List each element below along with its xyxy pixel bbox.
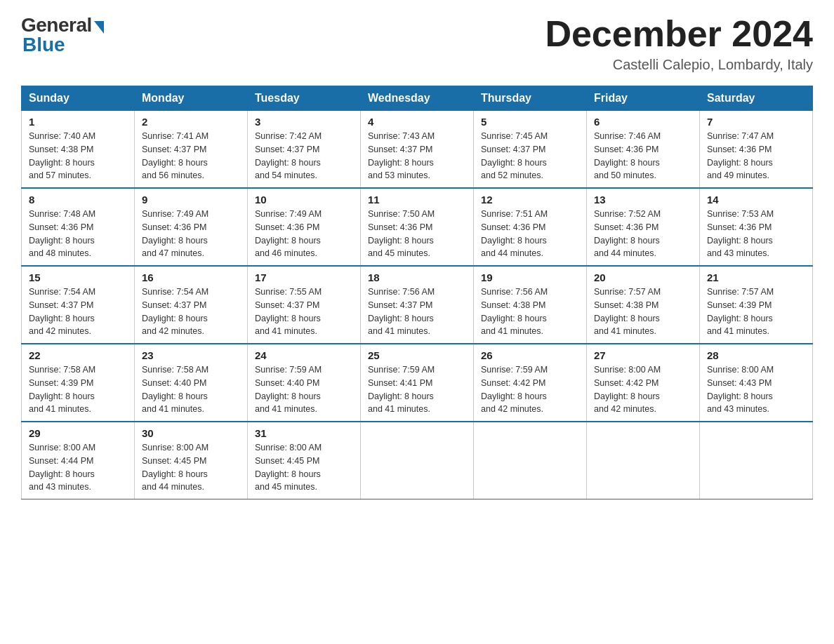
day-number: 20: [594, 271, 692, 283]
table-row: 23 Sunrise: 7:58 AM Sunset: 4:40 PM Dayl…: [135, 344, 248, 422]
header-monday: Monday: [135, 86, 248, 111]
day-number: 8: [29, 194, 127, 206]
day-number: 26: [481, 349, 579, 361]
day-info: Sunrise: 7:59 AM Sunset: 4:42 PM Dayligh…: [481, 363, 579, 416]
table-row: 22 Sunrise: 7:58 AM Sunset: 4:39 PM Dayl…: [22, 344, 135, 422]
table-row: 28 Sunrise: 8:00 AM Sunset: 4:43 PM Dayl…: [700, 344, 813, 422]
header-tuesday: Tuesday: [248, 86, 361, 111]
table-row: 20 Sunrise: 7:57 AM Sunset: 4:38 PM Dayl…: [587, 266, 700, 344]
day-number: 30: [142, 427, 240, 439]
table-row: 31 Sunrise: 8:00 AM Sunset: 4:45 PM Dayl…: [248, 422, 361, 499]
table-row: 11 Sunrise: 7:50 AM Sunset: 4:36 PM Dayl…: [361, 188, 474, 266]
day-number: 13: [594, 194, 692, 206]
day-info: Sunrise: 8:00 AM Sunset: 4:42 PM Dayligh…: [594, 363, 692, 416]
table-row: 15 Sunrise: 7:54 AM Sunset: 4:37 PM Dayl…: [22, 266, 135, 344]
day-number: 9: [142, 194, 240, 206]
day-number: 1: [29, 116, 127, 128]
table-row: 2 Sunrise: 7:41 AM Sunset: 4:37 PM Dayli…: [135, 111, 248, 189]
day-info: Sunrise: 7:43 AM Sunset: 4:37 PM Dayligh…: [368, 130, 466, 182]
calendar-week-row: 22 Sunrise: 7:58 AM Sunset: 4:39 PM Dayl…: [22, 344, 813, 422]
day-number: 19: [481, 271, 579, 283]
calendar-table: Sunday Monday Tuesday Wednesday Thursday…: [21, 86, 813, 499]
day-number: 6: [594, 116, 692, 128]
day-info: Sunrise: 8:00 AM Sunset: 4:45 PM Dayligh…: [142, 441, 240, 494]
table-row: 10 Sunrise: 7:49 AM Sunset: 4:36 PM Dayl…: [248, 188, 361, 266]
day-number: 17: [255, 271, 353, 283]
table-row: 29 Sunrise: 8:00 AM Sunset: 4:44 PM Dayl…: [22, 422, 135, 499]
calendar-week-row: 15 Sunrise: 7:54 AM Sunset: 4:37 PM Dayl…: [22, 266, 813, 344]
day-info: Sunrise: 7:49 AM Sunset: 4:36 PM Dayligh…: [255, 208, 353, 260]
day-info: Sunrise: 7:56 AM Sunset: 4:38 PM Dayligh…: [481, 286, 579, 338]
day-info: Sunrise: 7:53 AM Sunset: 4:36 PM Dayligh…: [707, 208, 805, 260]
table-row: 7 Sunrise: 7:47 AM Sunset: 4:36 PM Dayli…: [700, 111, 813, 189]
header-saturday: Saturday: [700, 86, 813, 111]
day-info: Sunrise: 7:40 AM Sunset: 4:38 PM Dayligh…: [29, 130, 127, 182]
table-row: 17 Sunrise: 7:55 AM Sunset: 4:37 PM Dayl…: [248, 266, 361, 344]
table-row: 24 Sunrise: 7:59 AM Sunset: 4:40 PM Dayl…: [248, 344, 361, 422]
day-number: 16: [142, 271, 240, 283]
day-info: Sunrise: 7:42 AM Sunset: 4:37 PM Dayligh…: [255, 130, 353, 182]
day-info: Sunrise: 7:58 AM Sunset: 4:39 PM Dayligh…: [29, 363, 127, 416]
calendar-week-row: 1 Sunrise: 7:40 AM Sunset: 4:38 PM Dayli…: [22, 111, 813, 189]
day-info: Sunrise: 7:55 AM Sunset: 4:37 PM Dayligh…: [255, 286, 353, 338]
table-row: [474, 422, 587, 499]
table-row: 25 Sunrise: 7:59 AM Sunset: 4:41 PM Dayl…: [361, 344, 474, 422]
day-info: Sunrise: 7:54 AM Sunset: 4:37 PM Dayligh…: [29, 286, 127, 338]
calendar-week-row: 8 Sunrise: 7:48 AM Sunset: 4:36 PM Dayli…: [22, 188, 813, 266]
day-info: Sunrise: 7:50 AM Sunset: 4:36 PM Dayligh…: [368, 208, 466, 260]
day-number: 21: [707, 271, 805, 283]
day-info: Sunrise: 7:47 AM Sunset: 4:36 PM Dayligh…: [707, 130, 805, 182]
day-number: 24: [255, 349, 353, 361]
day-number: 11: [368, 194, 466, 206]
day-number: 4: [368, 116, 466, 128]
day-info: Sunrise: 7:41 AM Sunset: 4:37 PM Dayligh…: [142, 130, 240, 182]
day-info: Sunrise: 7:45 AM Sunset: 4:37 PM Dayligh…: [481, 130, 579, 182]
day-number: 15: [29, 271, 127, 283]
day-number: 18: [368, 271, 466, 283]
day-info: Sunrise: 7:52 AM Sunset: 4:36 PM Dayligh…: [594, 208, 692, 260]
table-row: 12 Sunrise: 7:51 AM Sunset: 4:36 PM Dayl…: [474, 188, 587, 266]
day-info: Sunrise: 7:57 AM Sunset: 4:39 PM Dayligh…: [707, 286, 805, 338]
day-info: Sunrise: 7:59 AM Sunset: 4:41 PM Dayligh…: [368, 363, 466, 416]
day-info: Sunrise: 7:49 AM Sunset: 4:36 PM Dayligh…: [142, 208, 240, 260]
calendar-week-row: 29 Sunrise: 8:00 AM Sunset: 4:44 PM Dayl…: [22, 422, 813, 499]
table-row: 8 Sunrise: 7:48 AM Sunset: 4:36 PM Dayli…: [22, 188, 135, 266]
day-info: Sunrise: 7:46 AM Sunset: 4:36 PM Dayligh…: [594, 130, 692, 182]
day-number: 14: [707, 194, 805, 206]
day-number: 25: [368, 349, 466, 361]
table-row: 4 Sunrise: 7:43 AM Sunset: 4:37 PM Dayli…: [361, 111, 474, 189]
day-number: 22: [29, 349, 127, 361]
table-row: 6 Sunrise: 7:46 AM Sunset: 4:36 PM Dayli…: [587, 111, 700, 189]
day-info: Sunrise: 8:00 AM Sunset: 4:45 PM Dayligh…: [255, 441, 353, 494]
day-number: 5: [481, 116, 579, 128]
day-info: Sunrise: 7:57 AM Sunset: 4:38 PM Dayligh…: [594, 286, 692, 338]
day-number: 10: [255, 194, 353, 206]
table-row: 9 Sunrise: 7:49 AM Sunset: 4:36 PM Dayli…: [135, 188, 248, 266]
table-row: [361, 422, 474, 499]
logo-arrow-icon: [94, 21, 104, 34]
day-number: 29: [29, 427, 127, 439]
day-number: 2: [142, 116, 240, 128]
header-thursday: Thursday: [474, 86, 587, 111]
day-number: 31: [255, 427, 353, 439]
day-info: Sunrise: 7:58 AM Sunset: 4:40 PM Dayligh…: [142, 363, 240, 416]
location-subtitle: Castelli Calepio, Lombardy, Italy: [545, 57, 813, 73]
day-number: 3: [255, 116, 353, 128]
day-number: 12: [481, 194, 579, 206]
day-info: Sunrise: 7:54 AM Sunset: 4:37 PM Dayligh…: [142, 286, 240, 338]
table-row: [700, 422, 813, 499]
logo: General Blue: [21, 14, 104, 56]
header-friday: Friday: [587, 86, 700, 111]
day-info: Sunrise: 7:56 AM Sunset: 4:37 PM Dayligh…: [368, 286, 466, 338]
table-row: 19 Sunrise: 7:56 AM Sunset: 4:38 PM Dayl…: [474, 266, 587, 344]
day-info: Sunrise: 8:00 AM Sunset: 4:43 PM Dayligh…: [707, 363, 805, 416]
day-number: 27: [594, 349, 692, 361]
table-row: 13 Sunrise: 7:52 AM Sunset: 4:36 PM Dayl…: [587, 188, 700, 266]
table-row: 3 Sunrise: 7:42 AM Sunset: 4:37 PM Dayli…: [248, 111, 361, 189]
table-row: 1 Sunrise: 7:40 AM Sunset: 4:38 PM Dayli…: [22, 111, 135, 189]
day-info: Sunrise: 7:51 AM Sunset: 4:36 PM Dayligh…: [481, 208, 579, 260]
table-row: 14 Sunrise: 7:53 AM Sunset: 4:36 PM Dayl…: [700, 188, 813, 266]
table-row: 27 Sunrise: 8:00 AM Sunset: 4:42 PM Dayl…: [587, 344, 700, 422]
page-header: General Blue December 2024 Castelli Cale…: [21, 14, 813, 73]
header-sunday: Sunday: [22, 86, 135, 111]
